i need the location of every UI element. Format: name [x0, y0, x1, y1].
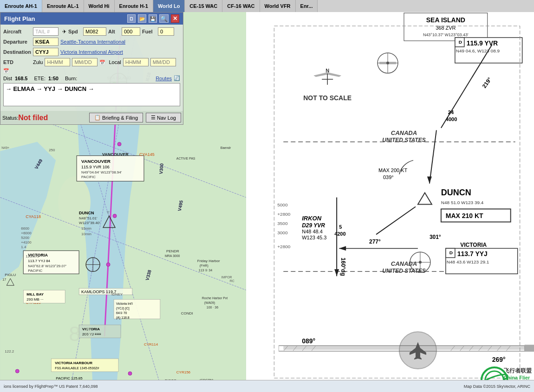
zulu-calendar-icon[interactable]: 📅 [99, 60, 105, 65]
svg-text:N49 04.6, W123 08.9: N49 04.6, W123 08.9 [456, 48, 500, 53]
tab-world-lo[interactable]: World Lo [153, 0, 185, 12]
etd-local-time[interactable] [123, 58, 149, 66]
svg-text:FSS AVAILABLE 1345-0530Z#: FSS AVAILABLE 1345-0530Z# [55, 366, 99, 370]
svg-text:ACTIVE PAS: ACTIVE PAS [176, 157, 195, 160]
svg-text:122.2: 122.2 [5, 349, 14, 353]
svg-text:+6000: +6000 [21, 231, 32, 235]
flight-plan-title: Flight Plan [4, 15, 35, 22]
briefing-button[interactable]: 📋 Briefing & Filing [89, 113, 143, 122]
tab-ce15-wac[interactable]: CE-15 WAC [185, 0, 222, 12]
tab-cf16-wac[interactable]: CF-16 WAC [222, 0, 260, 12]
tail-input[interactable] [33, 27, 59, 36]
svg-text:PACIFIC: PACIFIC [28, 269, 42, 273]
svg-text:3000: 3000 [277, 230, 288, 235]
etd-zulu-time[interactable] [45, 58, 70, 66]
svg-text:MRA 3000: MRA 3000 [165, 254, 180, 257]
svg-text:VICTORIA: VICTORIA [460, 242, 487, 248]
svg-text:+2800: +2800 [277, 244, 290, 249]
route-box[interactable]: → ELMAA → YYJ → DUNCN → [3, 83, 180, 106]
etd-local-date[interactable] [150, 58, 176, 66]
svg-text:N48 51.0 W123 39.4: N48 51.0 W123 39.4 [441, 200, 484, 205]
svg-text:113.7 YYJ: 113.7 YYJ [457, 250, 488, 257]
local-calendar-icon[interactable]: 📅 [3, 68, 9, 73]
save-icon[interactable]: 💾 [149, 14, 157, 23]
svg-rect-164 [525, 345, 534, 352]
etd-label: ETD [3, 59, 31, 65]
svg-text:10min: 10min [81, 232, 91, 236]
svg-text:CONDI: CONDI [181, 311, 193, 315]
fuel-input[interactable] [158, 27, 174, 36]
tab-world-hi[interactable]: World Hi [84, 0, 115, 12]
svg-point-97 [106, 263, 110, 266]
svg-text:N49°04.64' W123°08.94': N49°04.64' W123°08.94' [81, 170, 122, 174]
svg-text:MAX 200 KT: MAX 200 KT [378, 167, 407, 173]
svg-text:VANCOUVER: VANCOUVER [102, 152, 129, 157]
navlog-button[interactable]: ☰ Nav Log [146, 113, 181, 122]
tab-enroute-al1[interactable]: Enroute AL-1 [42, 0, 84, 12]
svg-text:5000: 5000 [277, 202, 288, 207]
routes-label[interactable]: Routes [156, 76, 172, 81]
bottom-right-text: Map Data ©2015 SkyVector, ARINC [464, 384, 530, 389]
svg-text:CANADA: CANADA [391, 129, 417, 136]
new-icon[interactable]: 🗋 [127, 14, 136, 23]
alt-input[interactable] [122, 27, 140, 36]
dist-label: Dist [3, 76, 12, 81]
svg-text:W123°39.40': W123°39.40' [79, 221, 100, 225]
etd-zulu-date[interactable] [72, 58, 98, 66]
action-buttons: 📋 Briefing & Filing ☰ Nav Log [89, 113, 181, 122]
destination-row: Destination Victoria International Airpo… [3, 48, 180, 56]
departure-input[interactable] [33, 38, 59, 46]
svg-text:V300: V300 [158, 163, 164, 174]
svg-text:D: D [449, 250, 453, 255]
routes-icon: 🔄 [174, 75, 180, 81]
tab-world-vfr[interactable]: World VFR [260, 0, 296, 12]
svg-text:24: 24 [448, 109, 454, 115]
tab-enroute-h1[interactable]: Enroute H-1 [115, 0, 153, 12]
svg-text:(A) 118.8: (A) 118.8 [116, 316, 130, 320]
close-button[interactable]: ✕ [171, 14, 179, 23]
svg-text:5: 5 [339, 224, 342, 230]
svg-text:VICTORIA HARBOUR: VICTORIA HARBOUR [55, 361, 92, 365]
destination-label: Destination [3, 49, 31, 55]
svg-text:8: 8 [69, 322, 80, 346]
destination-input[interactable] [33, 48, 59, 56]
svg-text:CYA145: CYA145 [139, 152, 155, 157]
dist-value: 168.5 [15, 76, 28, 81]
svg-text:N48 43.6 W123 29.1: N48 43.6 W123 29.1 [447, 259, 489, 264]
spd-input[interactable] [83, 27, 106, 36]
svg-text:CANADA: CANADA [391, 260, 417, 267]
departure-row: Departure Seattle-Tacoma International [3, 38, 180, 46]
briefing-icon: 📋 [94, 115, 101, 121]
svg-text:UNITED STATES: UNITED STATES [382, 268, 425, 274]
svg-text:(FHR): (FHR) [200, 264, 208, 268]
svg-text:MAX  210 KT: MAX 210 KT [446, 212, 483, 219]
tab-enr-more[interactable]: Enr... [296, 0, 318, 12]
search-icon[interactable]: 🔍 [159, 14, 169, 23]
svg-text:VANCOUVER: VANCOUVER [81, 159, 111, 164]
svg-text:5200: 5200 [21, 236, 29, 240]
svg-text:Friday Harbor: Friday Harbor [197, 259, 220, 263]
svg-text:17: 17 [2, 278, 6, 281]
svg-text:SEA ISLAND: SEA ISLAND [426, 16, 465, 24]
svg-text:4000: 4000 [446, 116, 457, 122]
svg-text:100 · 36: 100 · 36 [207, 306, 218, 309]
flight-plan-icons: 🗋 📂 💾 🔍 ✕ [127, 14, 179, 23]
svg-text:IRKON: IRKON [302, 215, 321, 222]
svg-text:IDNEY: IDNEY [111, 292, 123, 296]
svg-text:64① 70: 64① 70 [116, 311, 127, 315]
destination-name[interactable]: Victoria International Airport [60, 49, 123, 55]
departure-name[interactable]: Seattle-Tacoma International [60, 39, 125, 45]
svg-text:293 MB ···: 293 MB ··· [26, 297, 43, 302]
svg-text:MILL BAY: MILL BAY [26, 292, 44, 296]
tab-enroute-ah1[interactable]: Enroute AH-1 [0, 0, 42, 12]
dist-ete-row: Dist 168.5 ETE: 1:50 Burn: Routes 🔄 [3, 75, 180, 81]
svg-text:N49+: N49+ [1, 146, 9, 149]
svg-text:115.9 YVR 106: 115.9 YVR 106 [81, 165, 110, 169]
svg-text:W123 45.3: W123 45.3 [302, 235, 326, 240]
route-waypoints: → ELMAA → YYJ → DUNCN → [6, 85, 94, 92]
svg-point-99 [15, 369, 19, 373]
open-icon[interactable]: 📂 [138, 14, 146, 23]
svg-text:269°: 269° [492, 356, 506, 363]
svg-text:301°: 301° [430, 234, 441, 240]
svg-text:4200: 4200 [334, 231, 345, 237]
